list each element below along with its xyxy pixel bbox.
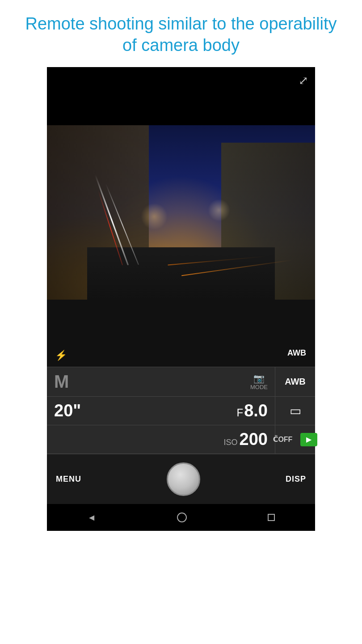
play-button[interactable]: ▶: [300, 433, 317, 446]
mode-row-left[interactable]: M 📷 MODE: [47, 367, 275, 397]
controls-grid: M 📷 MODE AWB 20" F8.0 ▭ ISO 200: [47, 367, 315, 454]
street-scene: [47, 125, 315, 300]
mode-text: MODE: [250, 384, 268, 390]
disp-button[interactable]: DISP: [286, 475, 306, 484]
streetlight-glow-2: [208, 199, 230, 221]
coff-play-wrapper: C̈OFF ▶: [273, 433, 318, 446]
top-bar: ⤢: [47, 67, 315, 125]
awb-button[interactable]: AWB: [285, 377, 306, 387]
aperture-number: 8.0: [244, 401, 268, 420]
shutter-button[interactable]: [167, 462, 200, 496]
aspect-ratio-icon[interactable]: ▭: [290, 403, 301, 418]
bottom-controls: MENU DISP: [47, 454, 315, 504]
header: Remote shooting similar to the operabili…: [0, 0, 362, 67]
iso-label: ISO: [224, 438, 238, 447]
coff-play-cell[interactable]: C̈OFF ▶: [275, 425, 315, 454]
viewfinder: [47, 125, 315, 300]
iso-display: ISO 200: [224, 430, 268, 449]
exposure-row-left[interactable]: 20" F8.0: [47, 397, 275, 425]
streetlight-glow-1: [141, 203, 168, 230]
mode-label: 📷 MODE: [250, 373, 268, 390]
android-nav-bar: ◄: [47, 504, 315, 531]
nav-back-button[interactable]: ◄: [87, 513, 96, 523]
nav-home-button[interactable]: [177, 513, 187, 522]
aspect-btn-cell[interactable]: ▭: [275, 397, 315, 425]
camera-ui: ⤢ AWB ⚡ M 📷 MODE A: [47, 67, 315, 504]
nav-recent-button[interactable]: [268, 514, 275, 521]
shutter-value[interactable]: 20": [54, 401, 81, 420]
camera-icon: 📷: [253, 373, 265, 384]
awb-btn-cell[interactable]: AWB: [275, 367, 315, 397]
mode-letter: M: [54, 372, 69, 392]
road: [87, 247, 275, 300]
awb-overlay-label: AWB: [287, 348, 306, 358]
info-overlay: AWB ⚡: [47, 300, 315, 367]
coff-button[interactable]: C̈OFF: [273, 435, 293, 444]
flash-icon[interactable]: ⚡: [55, 350, 67, 361]
aperture-value: F8.0: [237, 401, 268, 420]
iso-value[interactable]: 200: [240, 430, 268, 449]
header-title: Remote shooting similar to the operabili…: [0, 0, 362, 67]
rotate-icon[interactable]: ⤢: [299, 74, 308, 88]
iso-row-left[interactable]: ISO 200: [47, 425, 275, 454]
aperture-prefix: F: [237, 407, 244, 419]
menu-button[interactable]: MENU: [56, 475, 81, 484]
